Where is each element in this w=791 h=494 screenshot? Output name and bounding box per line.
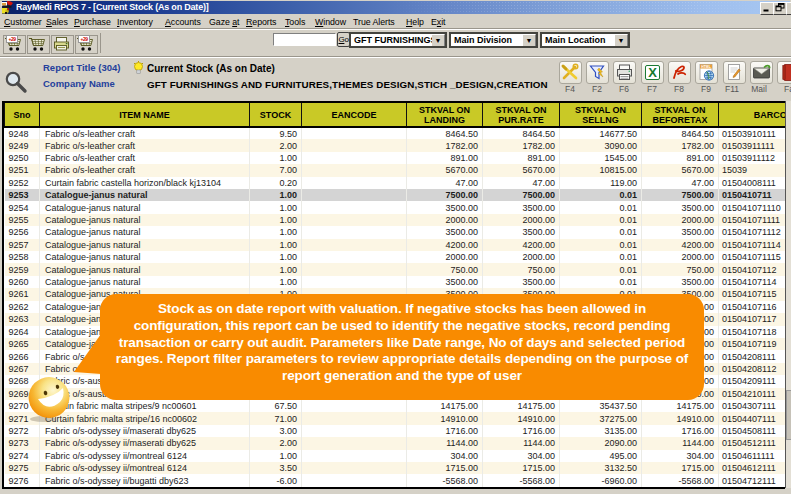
svg-text:HTML: HTML	[701, 65, 710, 69]
svg-text:X: X	[648, 65, 657, 80]
